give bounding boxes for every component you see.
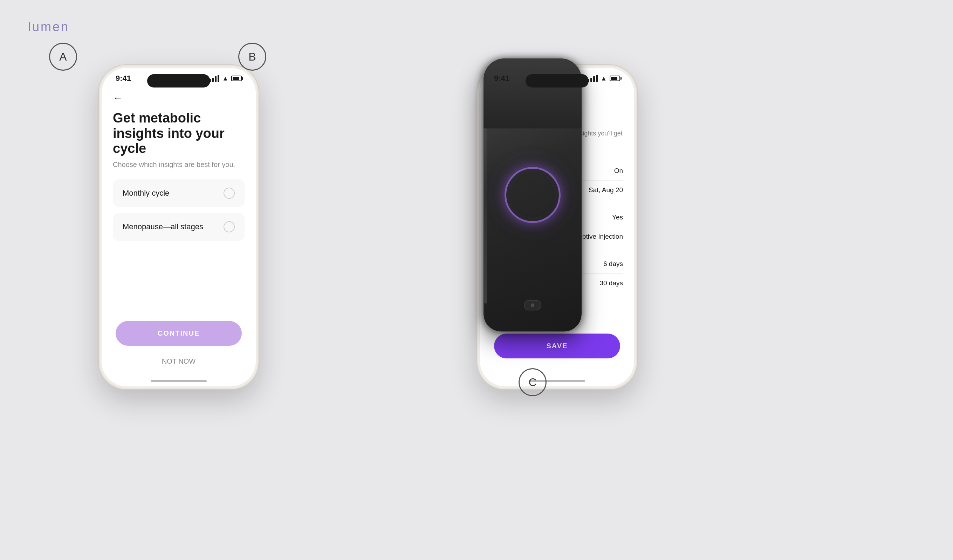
b-signal-bar-4 bbox=[596, 75, 598, 82]
signal-bar-3 bbox=[215, 76, 217, 82]
option-monthly-cycle[interactable]: Monthly cycle bbox=[113, 179, 245, 207]
back-arrow-a[interactable]: ← bbox=[113, 93, 245, 104]
b-signal-bar-3 bbox=[593, 76, 595, 82]
option-menopause[interactable]: Menopause—all stages bbox=[113, 213, 245, 241]
radio-monthly[interactable] bbox=[224, 187, 235, 199]
label-c-text: C bbox=[528, 376, 536, 389]
label-circle-a: A bbox=[49, 43, 77, 71]
option-monthly-label: Monthly cycle bbox=[123, 189, 169, 198]
phone-a-title: Get metabolic insights into your cycle bbox=[113, 111, 245, 156]
phone-a-content: ← Get metabolic insights into your cycle… bbox=[102, 89, 256, 241]
signal-icon-b bbox=[588, 75, 598, 82]
status-icons-b: ▲ bbox=[588, 75, 620, 82]
option-menopause-label: Menopause—all stages bbox=[123, 222, 203, 231]
phone-a-wrapper: 9:41 ▲ ← Get metabolic in bbox=[49, 32, 77, 71]
radio-menopause[interactable] bbox=[224, 221, 235, 232]
device-bottom-button[interactable] bbox=[524, 300, 541, 311]
battery-icon-b bbox=[610, 76, 620, 81]
time-a: 9:41 bbox=[116, 74, 131, 83]
label-circle-c: C bbox=[518, 368, 546, 396]
status-icons-a: ▲ bbox=[209, 75, 242, 82]
continue-button[interactable]: CONTINUE bbox=[116, 321, 242, 346]
lumen-device bbox=[484, 59, 582, 331]
label-a-text: A bbox=[59, 50, 67, 63]
battery-icon bbox=[231, 76, 242, 81]
signal-bar-2 bbox=[212, 78, 214, 82]
battery-fill-b bbox=[611, 77, 617, 80]
not-now-button[interactable]: NOT NOW bbox=[116, 357, 242, 365]
label-c-wrapper: C bbox=[427, 368, 638, 396]
wifi-icon: ▲ bbox=[222, 75, 228, 82]
home-indicator-a bbox=[151, 380, 207, 382]
not-now-label: NOT NOW bbox=[162, 357, 196, 365]
device-ring-button[interactable] bbox=[504, 167, 560, 223]
phone-a-subtitle: Choose which insights are best for you. bbox=[113, 161, 245, 169]
battery-fill bbox=[233, 77, 239, 80]
signal-bar-4 bbox=[217, 75, 219, 82]
volume-down-btn[interactable] bbox=[98, 151, 99, 169]
label-a-wrapper: A bbox=[49, 43, 77, 71]
phone-b-wrapper: 9:41 ▲ ← Monthly cycle bbox=[238, 32, 266, 71]
device-bottom-dot bbox=[531, 303, 534, 307]
b-signal-bar-2 bbox=[590, 78, 592, 82]
time-b: 9:41 bbox=[494, 74, 509, 83]
phone-a-screen: 9:41 ▲ ← Get metabolic in bbox=[102, 68, 256, 387]
phone-a-frame: 9:41 ▲ ← Get metabolic in bbox=[98, 64, 259, 390]
label-circle-b: B bbox=[238, 43, 266, 71]
label-b-text: B bbox=[248, 50, 256, 63]
power-btn[interactable] bbox=[259, 135, 259, 163]
signal-icon bbox=[209, 75, 219, 82]
continue-label: CONTINUE bbox=[158, 330, 200, 337]
label-b-wrapper: B bbox=[238, 43, 266, 71]
dynamic-island-b bbox=[526, 74, 588, 88]
wifi-icon-b: ▲ bbox=[601, 75, 607, 82]
volume-up-btn[interactable] bbox=[98, 128, 99, 145]
dynamic-island-a bbox=[147, 74, 210, 88]
